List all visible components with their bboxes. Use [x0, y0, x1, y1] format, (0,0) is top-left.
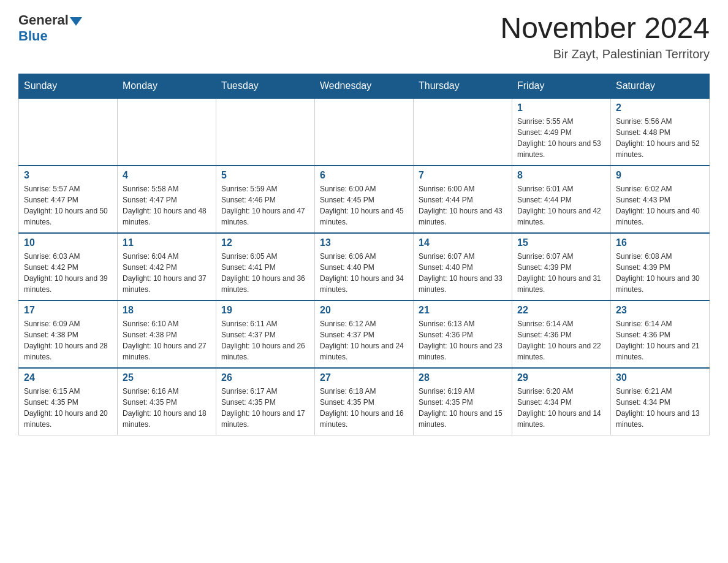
calendar-cell: 17Sunrise: 6:09 AM Sunset: 4:38 PM Dayli… — [19, 301, 118, 368]
day-number: 24 — [24, 372, 112, 383]
weekday-header-thursday: Thursday — [414, 74, 512, 98]
location-subtitle: Bir Zayt, Palestinian Territory — [500, 47, 710, 61]
day-info: Sunrise: 6:15 AM Sunset: 4:35 PM Dayligh… — [24, 386, 112, 430]
calendar-cell: 15Sunrise: 6:07 AM Sunset: 4:39 PM Dayli… — [512, 233, 611, 301]
month-title: November 2024 — [500, 12, 710, 45]
day-number: 8 — [517, 170, 605, 181]
day-number: 18 — [123, 305, 211, 316]
calendar-cell: 22Sunrise: 6:14 AM Sunset: 4:36 PM Dayli… — [512, 301, 611, 368]
day-number: 10 — [24, 237, 112, 248]
day-info: Sunrise: 5:56 AM Sunset: 4:48 PM Dayligh… — [616, 116, 704, 160]
day-info: Sunrise: 6:04 AM Sunset: 4:42 PM Dayligh… — [123, 251, 211, 295]
calendar-cell: 11Sunrise: 6:04 AM Sunset: 4:42 PM Dayli… — [118, 233, 216, 301]
week-row-1: 1Sunrise: 5:55 AM Sunset: 4:49 PM Daylig… — [19, 98, 710, 166]
logo-blue-text: Blue — [18, 28, 48, 44]
day-info: Sunrise: 6:10 AM Sunset: 4:38 PM Dayligh… — [123, 318, 211, 362]
day-number: 11 — [123, 237, 211, 248]
day-number: 29 — [517, 372, 605, 383]
logo-triangle-icon — [70, 17, 82, 26]
day-info: Sunrise: 6:14 AM Sunset: 4:36 PM Dayligh… — [616, 318, 704, 362]
day-info: Sunrise: 6:09 AM Sunset: 4:38 PM Dayligh… — [24, 318, 112, 362]
calendar-cell: 19Sunrise: 6:11 AM Sunset: 4:37 PM Dayli… — [216, 301, 315, 368]
day-number: 30 — [616, 372, 704, 383]
weekday-header-wednesday: Wednesday — [315, 74, 414, 98]
week-row-2: 3Sunrise: 5:57 AM Sunset: 4:47 PM Daylig… — [19, 166, 710, 233]
day-info: Sunrise: 6:13 AM Sunset: 4:36 PM Dayligh… — [419, 318, 507, 362]
calendar-cell: 5Sunrise: 5:59 AM Sunset: 4:46 PM Daylig… — [216, 166, 315, 233]
logo: General Blue — [18, 12, 82, 44]
calendar-cell: 1Sunrise: 5:55 AM Sunset: 4:49 PM Daylig… — [512, 98, 611, 166]
calendar-cell: 21Sunrise: 6:13 AM Sunset: 4:36 PM Dayli… — [414, 301, 512, 368]
calendar-cell: 25Sunrise: 6:16 AM Sunset: 4:35 PM Dayli… — [118, 368, 216, 435]
day-info: Sunrise: 6:07 AM Sunset: 4:39 PM Dayligh… — [517, 251, 605, 295]
day-number: 4 — [123, 170, 211, 181]
weekday-header-friday: Friday — [512, 74, 611, 98]
day-number: 19 — [221, 305, 309, 316]
day-number: 16 — [616, 237, 704, 248]
day-info: Sunrise: 6:14 AM Sunset: 4:36 PM Dayligh… — [517, 318, 605, 362]
weekday-header-row: SundayMondayTuesdayWednesdayThursdayFrid… — [19, 74, 710, 98]
day-number: 20 — [320, 305, 408, 316]
calendar-cell: 30Sunrise: 6:21 AM Sunset: 4:34 PM Dayli… — [611, 368, 710, 435]
day-info: Sunrise: 6:17 AM Sunset: 4:35 PM Dayligh… — [221, 386, 309, 430]
day-number: 5 — [221, 170, 309, 181]
calendar-cell: 24Sunrise: 6:15 AM Sunset: 4:35 PM Dayli… — [19, 368, 118, 435]
day-info: Sunrise: 5:59 AM Sunset: 4:46 PM Dayligh… — [221, 183, 309, 228]
day-number: 9 — [616, 170, 704, 181]
calendar-cell: 13Sunrise: 6:06 AM Sunset: 4:40 PM Dayli… — [315, 233, 414, 301]
day-number: 27 — [320, 372, 408, 383]
calendar-cell — [414, 98, 512, 166]
day-info: Sunrise: 6:20 AM Sunset: 4:34 PM Dayligh… — [517, 386, 605, 430]
calendar-cell: 7Sunrise: 6:00 AM Sunset: 4:44 PM Daylig… — [414, 166, 512, 233]
day-info: Sunrise: 6:06 AM Sunset: 4:40 PM Dayligh… — [320, 251, 408, 295]
day-info: Sunrise: 6:11 AM Sunset: 4:37 PM Dayligh… — [221, 318, 309, 362]
day-number: 21 — [419, 305, 507, 316]
day-info: Sunrise: 6:00 AM Sunset: 4:45 PM Dayligh… — [320, 183, 408, 228]
calendar-cell — [118, 98, 216, 166]
calendar-cell: 23Sunrise: 6:14 AM Sunset: 4:36 PM Dayli… — [611, 301, 710, 368]
calendar-cell: 28Sunrise: 6:19 AM Sunset: 4:35 PM Dayli… — [414, 368, 512, 435]
calendar-cell — [216, 98, 315, 166]
weekday-header-sunday: Sunday — [19, 74, 118, 98]
day-number: 1 — [517, 102, 605, 113]
day-number: 12 — [221, 237, 309, 248]
calendar-cell: 10Sunrise: 6:03 AM Sunset: 4:42 PM Dayli… — [19, 233, 118, 301]
logo-general-text: General — [18, 12, 69, 28]
day-info: Sunrise: 6:12 AM Sunset: 4:37 PM Dayligh… — [320, 318, 408, 362]
calendar-cell: 8Sunrise: 6:01 AM Sunset: 4:44 PM Daylig… — [512, 166, 611, 233]
calendar-cell — [19, 98, 118, 166]
day-info: Sunrise: 6:05 AM Sunset: 4:41 PM Dayligh… — [221, 251, 309, 295]
calendar-cell: 9Sunrise: 6:02 AM Sunset: 4:43 PM Daylig… — [611, 166, 710, 233]
day-info: Sunrise: 6:01 AM Sunset: 4:44 PM Dayligh… — [517, 183, 605, 228]
calendar-cell: 2Sunrise: 5:56 AM Sunset: 4:48 PM Daylig… — [611, 98, 710, 166]
weekday-header-tuesday: Tuesday — [216, 74, 315, 98]
day-number: 2 — [616, 102, 704, 113]
day-info: Sunrise: 6:07 AM Sunset: 4:40 PM Dayligh… — [419, 251, 507, 295]
week-row-3: 10Sunrise: 6:03 AM Sunset: 4:42 PM Dayli… — [19, 233, 710, 301]
day-info: Sunrise: 5:55 AM Sunset: 4:49 PM Dayligh… — [517, 116, 605, 160]
day-info: Sunrise: 6:00 AM Sunset: 4:44 PM Dayligh… — [419, 183, 507, 228]
page-header: General Blue November 2024 Bir Zayt, Pal… — [18, 12, 710, 61]
day-number: 26 — [221, 372, 309, 383]
day-number: 14 — [419, 237, 507, 248]
calendar-cell: 16Sunrise: 6:08 AM Sunset: 4:39 PM Dayli… — [611, 233, 710, 301]
day-info: Sunrise: 6:21 AM Sunset: 4:34 PM Dayligh… — [616, 386, 704, 430]
day-number: 17 — [24, 305, 112, 316]
calendar-table: SundayMondayTuesdayWednesdayThursdayFrid… — [18, 74, 710, 436]
day-info: Sunrise: 6:08 AM Sunset: 4:39 PM Dayligh… — [616, 251, 704, 295]
day-info: Sunrise: 6:18 AM Sunset: 4:35 PM Dayligh… — [320, 386, 408, 430]
day-info: Sunrise: 5:58 AM Sunset: 4:47 PM Dayligh… — [123, 183, 211, 228]
day-number: 6 — [320, 170, 408, 181]
day-info: Sunrise: 6:16 AM Sunset: 4:35 PM Dayligh… — [123, 386, 211, 430]
calendar-cell: 6Sunrise: 6:00 AM Sunset: 4:45 PM Daylig… — [315, 166, 414, 233]
day-number: 15 — [517, 237, 605, 248]
calendar-cell: 26Sunrise: 6:17 AM Sunset: 4:35 PM Dayli… — [216, 368, 315, 435]
day-info: Sunrise: 6:03 AM Sunset: 4:42 PM Dayligh… — [24, 251, 112, 295]
calendar-cell: 18Sunrise: 6:10 AM Sunset: 4:38 PM Dayli… — [118, 301, 216, 368]
day-number: 22 — [517, 305, 605, 316]
calendar-cell: 4Sunrise: 5:58 AM Sunset: 4:47 PM Daylig… — [118, 166, 216, 233]
week-row-5: 24Sunrise: 6:15 AM Sunset: 4:35 PM Dayli… — [19, 368, 710, 435]
day-info: Sunrise: 6:02 AM Sunset: 4:43 PM Dayligh… — [616, 183, 704, 228]
day-info: Sunrise: 5:57 AM Sunset: 4:47 PM Dayligh… — [24, 183, 112, 228]
calendar-cell: 12Sunrise: 6:05 AM Sunset: 4:41 PM Dayli… — [216, 233, 315, 301]
